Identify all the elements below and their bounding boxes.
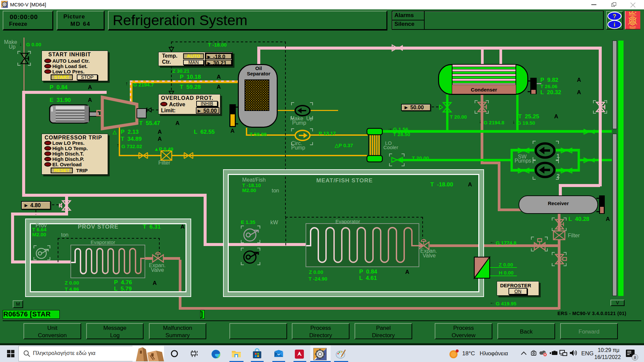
- svg-text:?: ?: [613, 13, 616, 19]
- svg-text:i: i: [614, 22, 615, 27]
- svg-text:8: 8: [634, 355, 636, 360]
